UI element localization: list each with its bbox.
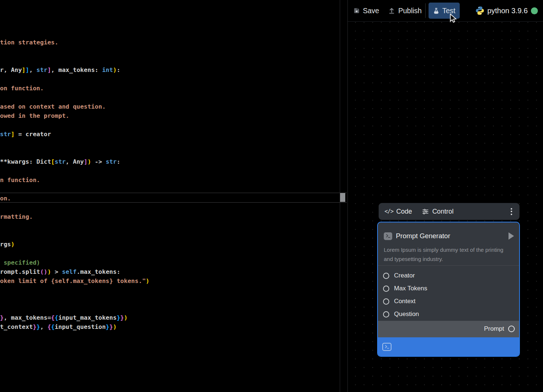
- flask-icon: [433, 7, 440, 15]
- status-dot: [531, 7, 538, 14]
- tab-code[interactable]: </> Code: [385, 208, 412, 215]
- node-card[interactable]: Prompt Generator Lorem Ipsum is simply d…: [377, 222, 520, 357]
- node-tab-bar: </> Code Control: [379, 203, 520, 220]
- tab-code-label: Code: [396, 208, 412, 215]
- node-title: Prompt Generator: [396, 232, 450, 240]
- input-option-context[interactable]: Context: [383, 295, 519, 308]
- radio-circle[interactable]: [383, 286, 389, 292]
- toolbar-divider: [425, 3, 426, 18]
- save-button[interactable]: Save: [353, 7, 379, 15]
- editor-scrollbar-thumb[interactable]: [340, 193, 345, 202]
- input-option-question[interactable]: Question: [383, 308, 519, 321]
- output-port[interactable]: [508, 326, 515, 332]
- input-option-creator[interactable]: Creator: [383, 269, 519, 282]
- toolbar: Save Publish Test python 3.9.6: [348, 0, 543, 22]
- node-header: Prompt Generator Lorem Ipsum is simply d…: [378, 222, 519, 265]
- terminal-outline-icon: [382, 343, 391, 351]
- terminal-icon: [384, 232, 392, 240]
- run-node-button[interactable]: [509, 232, 514, 240]
- input-option-label: Max Tokens: [394, 285, 427, 292]
- floppy-disk-icon: [353, 7, 360, 14]
- runtime-label: python 3.9.6: [487, 7, 528, 15]
- publish-label: Publish: [398, 7, 422, 15]
- radio-circle[interactable]: [383, 298, 389, 305]
- upload-icon: [388, 7, 396, 15]
- output-label: Prompt: [484, 325, 504, 333]
- code-editor[interactable]: tion strategies. r, Any]], str], max_tok…: [0, 0, 340, 392]
- radio-circle[interactable]: [383, 273, 389, 279]
- input-option-label: Creator: [394, 272, 415, 279]
- node-menu-button[interactable]: [509, 207, 514, 217]
- radio-circle[interactable]: [383, 311, 389, 317]
- tab-control[interactable]: Control: [422, 208, 453, 215]
- code-brackets-icon: </>: [385, 208, 393, 215]
- mouse-cursor: [448, 13, 458, 23]
- input-option-label: Question: [394, 311, 419, 318]
- input-option-max-tokens[interactable]: Max Tokens: [383, 282, 519, 295]
- sliders-icon: [422, 208, 429, 215]
- node-output-row: Prompt: [378, 321, 519, 337]
- python-logo-icon: [475, 6, 485, 15]
- node-description: Lorem Ipsum is simply dummy text of the …: [384, 246, 512, 264]
- code-lines: tion strategies. r, Any]], str], max_tok…: [0, 1, 149, 331]
- save-label: Save: [363, 7, 379, 15]
- node-input-list: CreatorMax TokensContextQuestion: [378, 266, 519, 321]
- node-footer: [378, 337, 519, 356]
- runtime-indicator: python 3.9.6: [475, 6, 528, 15]
- input-option-label: Context: [394, 298, 416, 305]
- tab-control-label: Control: [432, 208, 453, 215]
- publish-button[interactable]: Publish: [388, 7, 422, 15]
